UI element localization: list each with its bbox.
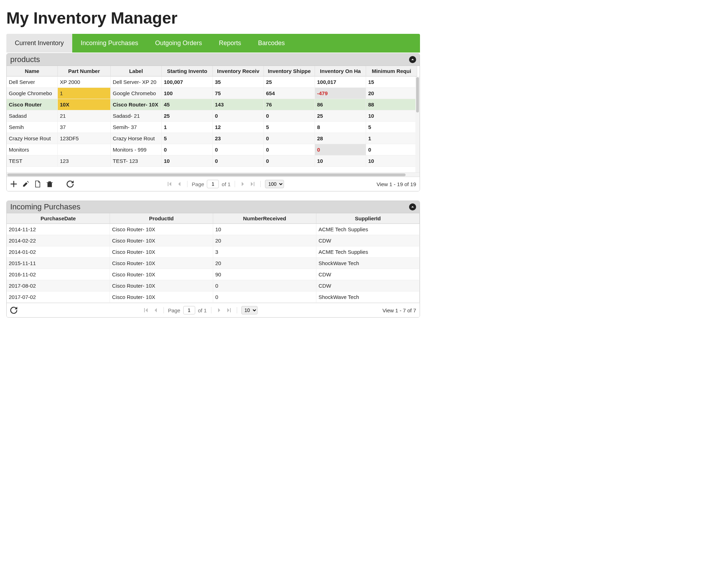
cell-recv: 12 bbox=[213, 122, 264, 133]
cell-label: Dell Server- XP 20 bbox=[111, 76, 162, 88]
products-caption: products bbox=[7, 54, 420, 66]
page-title: My Inventory Manager bbox=[6, 8, 420, 27]
tab-barcodes[interactable]: Barcodes bbox=[249, 34, 293, 53]
cell-start: 45 bbox=[162, 99, 213, 110]
cell-onhand: 8 bbox=[315, 122, 366, 133]
table-row[interactable]: 2015-11-11Cisco Router- 10X20ShockWave T… bbox=[7, 258, 420, 269]
table-row[interactable]: MonitorsMonitors - 99900000 bbox=[7, 144, 420, 155]
table-row[interactable]: Cisco Router10XCisco Router- 10X45143768… bbox=[7, 99, 420, 110]
collapse-icon[interactable] bbox=[409, 203, 416, 210]
cell-label: Sadasd- 21 bbox=[111, 110, 162, 122]
cell-min: 5 bbox=[366, 122, 417, 133]
first-page-icon[interactable] bbox=[142, 307, 149, 314]
tab-incoming-purchases[interactable]: Incoming Purchases bbox=[72, 34, 147, 53]
cell-part: 21 bbox=[58, 110, 111, 122]
tab-filler bbox=[293, 34, 420, 53]
cell-date: 2014-02-22 bbox=[7, 235, 110, 246]
cell-name: Sadasd bbox=[7, 110, 58, 122]
cell-recv: 35 bbox=[213, 76, 264, 88]
cell-start: 5 bbox=[162, 133, 213, 144]
last-page-icon[interactable] bbox=[249, 180, 256, 188]
next-page-icon[interactable] bbox=[239, 180, 246, 188]
cell-product: Cisco Router- 10X bbox=[110, 235, 213, 246]
tab-current-inventory[interactable]: Current Inventory bbox=[6, 34, 72, 53]
table-row[interactable]: Semih37Semih- 37112585 bbox=[7, 122, 420, 133]
col-minimum-required[interactable]: Minimum Requi bbox=[366, 66, 417, 76]
table-row[interactable]: Google Chromebo1Google Chromebo10075654-… bbox=[7, 88, 420, 99]
table-row[interactable]: 2017-07-02Cisco Router- 10X0ShockWave Te… bbox=[7, 292, 420, 303]
cell-name: Google Chromebo bbox=[7, 88, 58, 99]
page-input[interactable] bbox=[207, 180, 219, 188]
cell-supplier: CDW bbox=[316, 280, 420, 292]
table-row[interactable]: Sadasd21Sadasd- 2125002510 bbox=[7, 110, 420, 122]
refresh-icon[interactable] bbox=[10, 307, 17, 314]
cell-min: 10 bbox=[366, 155, 417, 167]
col-label[interactable]: Label bbox=[111, 66, 162, 76]
col-part-number[interactable]: Part Number bbox=[58, 66, 111, 76]
cell-onhand: 10 bbox=[315, 155, 366, 167]
table-row[interactable]: 2017-08-02Cisco Router- 10X0CDW bbox=[7, 280, 420, 292]
page-label: Page bbox=[168, 307, 180, 313]
table-row[interactable]: Crazy Horse Rout123DF5Crazy Horse Rout52… bbox=[7, 133, 420, 144]
cell-recv: 0 bbox=[213, 155, 264, 167]
cell-ship: 25 bbox=[264, 76, 315, 88]
purchases-grid: Incoming Purchases PurchaseDate ProductI… bbox=[6, 201, 420, 318]
col-supplier-id[interactable]: SupplierId bbox=[316, 213, 420, 224]
cell-date: 2015-11-11 bbox=[7, 258, 110, 269]
last-page-icon[interactable] bbox=[225, 307, 233, 314]
cell-ship: 0 bbox=[264, 155, 315, 167]
table-row[interactable]: 2016-11-02Cisco Router- 10X90CDW bbox=[7, 269, 420, 280]
vertical-scrollbar[interactable] bbox=[415, 76, 420, 172]
col-name[interactable]: Name bbox=[7, 66, 58, 76]
cell-product: Cisco Router- 10X bbox=[110, 224, 213, 235]
cell-part: 37 bbox=[58, 122, 111, 133]
page-size-select[interactable]: 10 bbox=[241, 306, 258, 314]
prev-page-icon[interactable] bbox=[152, 307, 159, 314]
cell-date: 2014-11-12 bbox=[7, 224, 110, 235]
cell-product: Cisco Router- 10X bbox=[110, 246, 213, 258]
cell-date: 2017-08-02 bbox=[7, 280, 110, 292]
col-product-id[interactable]: ProductId bbox=[110, 213, 213, 224]
col-purchase-date[interactable]: PurchaseDate bbox=[7, 213, 110, 224]
cell-num: 10 bbox=[213, 224, 316, 235]
col-inventory-received[interactable]: Inventory Receiv bbox=[213, 66, 264, 76]
cell-supplier: ACME Tech Supplies bbox=[316, 224, 420, 235]
view-icon[interactable] bbox=[34, 180, 41, 188]
horizontal-scrollbar[interactable] bbox=[7, 172, 420, 177]
tab-outgoing-orders[interactable]: Outgoing Orders bbox=[147, 34, 210, 53]
cell-date: 2017-07-02 bbox=[7, 292, 110, 303]
col-inventory-on-hand[interactable]: Inventory On Ha bbox=[315, 66, 366, 76]
table-row[interactable]: TEST123TEST- 12310001010 bbox=[7, 155, 420, 167]
cell-onhand: 25 bbox=[315, 110, 366, 122]
cell-name: Cisco Router bbox=[7, 99, 58, 110]
col-inventory-shipped[interactable]: Inventory Shippe bbox=[264, 66, 315, 76]
page-input[interactable] bbox=[183, 306, 195, 314]
page-size-select[interactable]: 100 bbox=[265, 180, 284, 188]
cell-onhand: 86 bbox=[315, 99, 366, 110]
cell-num: 3 bbox=[213, 246, 316, 258]
cell-label: Monitors - 999 bbox=[111, 144, 162, 155]
first-page-icon[interactable] bbox=[166, 180, 173, 188]
cell-num: 0 bbox=[213, 280, 316, 292]
delete-icon[interactable] bbox=[46, 180, 53, 188]
col-number-received[interactable]: NumberReceived bbox=[213, 213, 316, 224]
table-row[interactable]: 2014-02-22Cisco Router- 10X20CDW bbox=[7, 235, 420, 246]
cell-start: 25 bbox=[162, 110, 213, 122]
edit-icon[interactable] bbox=[22, 180, 29, 188]
cell-part bbox=[58, 144, 111, 155]
cell-start: 100,007 bbox=[162, 76, 213, 88]
table-row[interactable]: 2014-01-02Cisco Router- 10X3ACME Tech Su… bbox=[7, 246, 420, 258]
col-starting-inventory[interactable]: Starting Invento bbox=[162, 66, 213, 76]
prev-page-icon[interactable] bbox=[176, 180, 183, 188]
cell-recv: 0 bbox=[213, 110, 264, 122]
cell-date: 2016-11-02 bbox=[7, 269, 110, 280]
table-row[interactable]: 2014-11-12Cisco Router- 10X10ACME Tech S… bbox=[7, 224, 420, 235]
collapse-icon[interactable] bbox=[409, 56, 416, 63]
cell-supplier: CDW bbox=[316, 235, 420, 246]
table-row[interactable]: Dell ServerXP 2000Dell Server- XP 20100,… bbox=[7, 76, 420, 88]
refresh-icon[interactable] bbox=[67, 180, 74, 188]
next-page-icon[interactable] bbox=[216, 307, 223, 314]
tab-reports[interactable]: Reports bbox=[210, 34, 249, 53]
cell-date: 2014-01-02 bbox=[7, 246, 110, 258]
add-icon[interactable] bbox=[10, 180, 17, 188]
